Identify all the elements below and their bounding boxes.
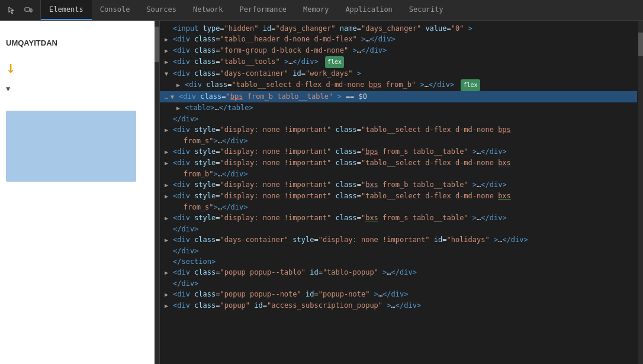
code-text: <div class="tablo__tools" >…</div> flex	[173, 56, 344, 68]
right-scrollbar-thumb[interactable]	[638, 33, 643, 56]
expand-icon[interactable]	[176, 80, 184, 91]
code-text: </div>	[173, 278, 198, 289]
left-scrollbar-thumb[interactable]	[155, 27, 159, 62]
right-scrollbar[interactable]	[638, 21, 643, 364]
code-text: <div class="days-container" style="displ…	[173, 234, 528, 245]
code-line[interactable]: </section>	[160, 256, 637, 267]
left-scrollbar[interactable]	[155, 21, 159, 364]
code-line[interactable]: <div class="form-group d-block d-md-none…	[160, 45, 637, 56]
expand-icon[interactable]	[165, 235, 172, 246]
expand-icon[interactable]	[165, 268, 172, 278]
expand-icon[interactable]	[165, 301, 172, 311]
tab-elements[interactable]: Elements	[41, 0, 92, 20]
tab-network[interactable]: Network	[185, 0, 232, 20]
code-line[interactable]: <div style="display: none !important" cl…	[160, 124, 637, 136]
code-line[interactable]: <div style="display: none !important" cl…	[160, 191, 637, 202]
code-text: <div class="days-container" id="work_day…	[173, 68, 361, 79]
code-text: <div class="popup popup--note" id="popup…	[173, 289, 408, 299]
code-line[interactable]: <div style="display: none !important" cl…	[160, 146, 637, 157]
code-line[interactable]: <div class="tablo__tools" >…</div> flex	[160, 56, 637, 68]
download-arrow-icon: ↓	[6, 59, 16, 76]
elements-panel: <input type="hidden" id="days_changer" n…	[160, 21, 643, 364]
code-text: <div style="display: none !important" cl…	[173, 179, 507, 190]
device-icon[interactable]	[21, 3, 36, 17]
download-area: ↓	[6, 59, 16, 76]
code-line[interactable]: <div style="display: none !important" cl…	[160, 157, 637, 169]
code-text: from_b">…</div>	[184, 169, 247, 179]
code-line[interactable]: <div style="display: none !important" cl…	[160, 212, 637, 224]
page-preview-panel: UMQAYITDAN ↓ ▼	[0, 21, 160, 364]
code-line[interactable]: <div class="tablo__header d-none d-md-fl…	[160, 34, 637, 45]
tab-application[interactable]: Application	[337, 0, 400, 20]
toolbar-icons	[0, 0, 41, 20]
blue-content-area	[6, 111, 136, 182]
code-text: <div class="popup" id="access_subscripti…	[173, 300, 421, 311]
expand-icon[interactable]	[165, 34, 172, 45]
code-text: from_s">…</div>	[184, 136, 247, 146]
code-line[interactable]: <div class="popup popup--note" id="popup…	[160, 289, 637, 300]
code-text: <input type="hidden" id="days_changer" n…	[173, 23, 472, 34]
code-line-selected[interactable]: … <div class="bps from_b tablo__table" >…	[160, 91, 637, 102]
svg-rect-1	[30, 9, 32, 12]
code-text: <div class="bps from_b tablo__table" > =…	[179, 91, 367, 102]
expand-icon[interactable]	[176, 103, 184, 114]
code-line[interactable]: <input type="hidden" id="days_changer" n…	[160, 23, 637, 34]
code-line[interactable]: </div>	[160, 246, 637, 256]
code-line[interactable]: <div class="tablo__select d-flex d-md-no…	[160, 79, 637, 91]
code-text: <div style="display: none !important" cl…	[173, 157, 511, 168]
code-line[interactable]: <div style="display: none !important" cl…	[160, 179, 637, 191]
code-text: from_s">…</div>	[184, 202, 247, 212]
code-text: <div class="tablo__select d-flex d-md-no…	[185, 79, 480, 91]
code-line[interactable]: </div>	[160, 114, 637, 124]
expand-icon[interactable]	[165, 46, 172, 56]
code-text: <div style="display: none !important" cl…	[173, 191, 511, 201]
ellipsis-btn[interactable]: …	[165, 92, 168, 102]
code-text: <table>…</table>	[185, 102, 253, 113]
code-text: <div style="display: none !important" cl…	[173, 124, 511, 135]
page-content-preview: UMQAYITDAN ↓ ▼	[0, 21, 159, 364]
code-text: </div>	[173, 114, 198, 124]
devtools-tabs: Elements Console Sources Network Perform…	[41, 0, 643, 20]
expand-icon[interactable]	[165, 191, 172, 202]
tab-console[interactable]: Console	[92, 0, 139, 20]
code-line[interactable]: <table>…</table>	[160, 102, 637, 114]
expand-icon[interactable]	[165, 147, 172, 157]
code-text: <div style="display: none !important" cl…	[173, 212, 507, 223]
code-text: <div style="display: none !important" cl…	[173, 146, 507, 157]
tab-security[interactable]: Security	[401, 0, 452, 20]
code-text: </div>	[173, 246, 198, 256]
select-dropdown-arrow: ▼	[6, 85, 10, 93]
code-line[interactable]: <div class="days-container" style="displ…	[160, 234, 637, 246]
page-heading: UMQAYITDAN	[6, 38, 57, 47]
expand-icon[interactable]	[165, 69, 172, 79]
code-line[interactable]: from_s">…</div>	[160, 202, 637, 212]
tab-performance[interactable]: Performance	[232, 0, 295, 20]
code-line[interactable]: <div class="days-container" id="work_day…	[160, 68, 637, 79]
expand-icon[interactable]	[165, 57, 172, 67]
code-text: </div>	[173, 224, 198, 234]
code-line[interactable]: <div class="popup" id="access_subscripti…	[160, 300, 637, 311]
tab-sources[interactable]: Sources	[138, 0, 185, 20]
code-text: <div class="popup popup--tablo" id="tabl…	[173, 267, 417, 278]
main-area: UMQAYITDAN ↓ ▼ <input type="hidden" id="…	[0, 21, 643, 364]
code-line[interactable]: <div class="popup popup--tablo" id="tabl…	[160, 267, 637, 278]
tab-memory[interactable]: Memory	[295, 0, 337, 20]
svg-rect-0	[25, 8, 30, 11]
html-tree: <input type="hidden" id="days_changer" n…	[160, 21, 643, 364]
code-line[interactable]: </div>	[160, 278, 637, 289]
code-line[interactable]: from_s">…</div>	[160, 136, 637, 146]
code-text: <div class="form-group d-block d-md-none…	[173, 45, 387, 56]
code-line[interactable]: </div>	[160, 224, 637, 234]
expand-icon[interactable]	[165, 213, 172, 224]
code-line[interactable]: from_b">…</div>	[160, 169, 637, 179]
expand-icon[interactable]	[165, 125, 172, 136]
devtools-topbar: Elements Console Sources Network Perform…	[0, 0, 643, 21]
code-text: </section>	[173, 256, 216, 267]
cursor-icon[interactable]	[5, 3, 19, 17]
expand-icon[interactable]	[165, 289, 172, 300]
expand-icon[interactable]	[171, 92, 178, 102]
expand-icon[interactable]	[165, 180, 172, 191]
expand-icon[interactable]	[165, 158, 172, 169]
code-text: <div class="tablo__header d-none d-md-fl…	[173, 34, 396, 44]
